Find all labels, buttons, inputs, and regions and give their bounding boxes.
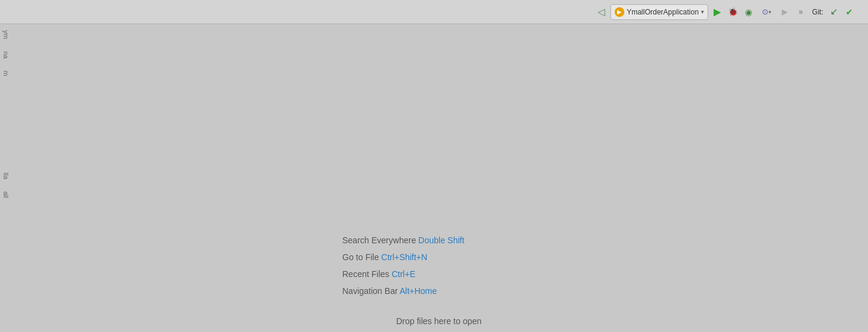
run-config-selector[interactable]: ▶ YmallOrderApplication ▾ xyxy=(610,4,708,20)
coverage-button[interactable]: ◉ xyxy=(742,5,755,19)
hint-go-to-file: Go to File Ctrl+Shift+N xyxy=(343,252,536,262)
hint-go-to-file-shortcut[interactable]: Ctrl+Shift+N xyxy=(381,252,427,262)
hint-navigation-bar-shortcut[interactable]: Alt+Home xyxy=(399,286,437,296)
stop-run-icon: ▶ xyxy=(782,7,788,16)
main-editor-area: Search Everywhere Double Shift Go to Fil… xyxy=(10,24,868,332)
run-button[interactable]: ▶ xyxy=(711,5,724,19)
drop-zone-label: Drop files here to open xyxy=(396,316,482,326)
debug-button[interactable]: 🐞 xyxy=(726,5,740,19)
run-config-icon: ▶ xyxy=(615,7,624,17)
git-commit-icon: ✔ xyxy=(846,7,853,17)
sidebar-item-2[interactable]: m xyxy=(0,71,10,76)
sidebar-item-0[interactable]: ym xyxy=(0,30,10,39)
back-icon: ◁ xyxy=(598,6,605,18)
hint-search-everywhere-shortcut[interactable]: Double Shift xyxy=(419,235,464,245)
profile-dropdown-icon: ▾ xyxy=(768,9,771,15)
run-config-label: YmallOrderApplication xyxy=(627,8,699,16)
git-label: Git: xyxy=(812,8,823,16)
back-button[interactable]: ◁ xyxy=(595,5,608,19)
profile-button[interactable]: ⊙ ▾ xyxy=(758,5,776,19)
coverage-icon: ◉ xyxy=(745,7,752,17)
hint-navigation-bar: Navigation Bar Alt+Home xyxy=(343,286,536,296)
sidebar-item-1[interactable]: na xyxy=(0,51,10,59)
run-icon: ▶ xyxy=(714,6,721,18)
stop-run-button[interactable]: ▶ xyxy=(778,5,791,19)
debug-icon: 🐞 xyxy=(728,7,738,16)
profile-icon: ⊙ xyxy=(762,7,768,16)
sidebar-item-3[interactable]: lla xyxy=(0,173,10,179)
toolbar: ◁ ▶ YmallOrderApplication ▾ ▶ 🐞 ◉ ⊙ ▾ ▶ … xyxy=(0,0,868,24)
hint-recent-files-prefix: Recent Files xyxy=(343,269,392,279)
hint-go-to-file-prefix: Go to File xyxy=(343,252,382,262)
editor-hints: Search Everywhere Double Shift Go to Fil… xyxy=(343,235,536,296)
run-config-dropdown-icon: ▾ xyxy=(701,8,704,15)
stop-icon: ■ xyxy=(799,8,803,16)
hint-search-everywhere-prefix: Search Everywhere xyxy=(343,235,419,245)
hint-search-everywhere: Search Everywhere Double Shift xyxy=(343,235,536,245)
hint-recent-files: Recent Files Ctrl+E xyxy=(343,269,536,279)
git-commit-button[interactable]: ✔ xyxy=(843,5,856,19)
stop-button[interactable]: ■ xyxy=(794,5,807,19)
git-update-icon: ↗ xyxy=(830,7,838,18)
sidebar: ym na m lla all xyxy=(0,24,10,332)
hint-recent-files-shortcut[interactable]: Ctrl+E xyxy=(391,269,415,279)
sidebar-item-4[interactable]: all xyxy=(0,191,10,198)
git-update-button[interactable]: ↗ xyxy=(827,5,840,19)
drop-zone: Drop files here to open xyxy=(396,316,482,326)
hint-navigation-bar-prefix: Navigation Bar xyxy=(343,286,400,296)
